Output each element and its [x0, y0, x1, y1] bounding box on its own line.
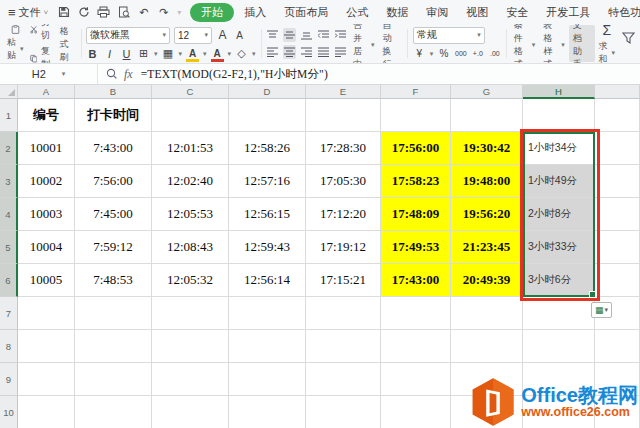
decrease-decimal-button[interactable]: .00	[488, 47, 501, 61]
col-header-partial[interactable]	[595, 85, 640, 99]
col-header-E[interactable]: E	[306, 85, 381, 99]
cell-H6[interactable]: 3小时6分	[523, 264, 595, 297]
cell-H4[interactable]: 2小时8分	[523, 198, 595, 231]
currency-style-button[interactable]: ¥	[413, 47, 426, 61]
undo-button[interactable]: ↶	[137, 5, 150, 19]
cell-partial-3[interactable]	[595, 165, 640, 198]
col-header-A[interactable]: A	[18, 85, 75, 99]
align-middle-button[interactable]	[283, 28, 296, 42]
cell-D6[interactable]: 12:56:14	[229, 264, 306, 297]
cell-A2[interactable]: 10001	[18, 132, 75, 165]
justify-button[interactable]	[317, 45, 330, 59]
qat-customize-caret-icon[interactable]: ▾	[177, 8, 181, 17]
fill-handle[interactable]	[589, 291, 596, 298]
align-left-button[interactable]	[266, 45, 279, 59]
cell-H8[interactable]	[523, 330, 595, 363]
cell-B8[interactable]	[75, 330, 152, 363]
row-header-4[interactable]: 4	[0, 198, 18, 231]
row-header-3[interactable]: 3	[0, 165, 18, 198]
col-header-B[interactable]: B	[75, 85, 152, 99]
cell-F9[interactable]	[381, 363, 451, 396]
tab-开发工具[interactable]: 开发工具	[538, 3, 598, 22]
cell-G6[interactable]: 20:49:39	[451, 264, 523, 297]
insert-function-icon[interactable]	[106, 68, 118, 80]
cell-C2[interactable]: 12:01:53	[152, 132, 229, 165]
bold-button[interactable]: B	[86, 47, 99, 61]
table-style-button[interactable]: 表格样式▾	[539, 25, 568, 62]
redo-button[interactable]: ↷	[157, 5, 170, 19]
cell-F8[interactable]	[381, 330, 451, 363]
font-size-select[interactable]: 12 ▾	[174, 27, 212, 44]
cell-D3[interactable]: 12:57:16	[229, 165, 306, 198]
cell-E3[interactable]: 17:05:30	[306, 165, 381, 198]
italic-button[interactable]: I	[103, 47, 116, 61]
cell-C10[interactable]	[152, 396, 229, 428]
cell-E1[interactable]	[306, 99, 381, 132]
print-preview-button[interactable]	[117, 5, 130, 19]
cell-partial-6[interactable]	[595, 264, 640, 297]
doc-assistant-button[interactable]: 文档助手	[569, 25, 595, 62]
cell-B6[interactable]: 7:48:53	[75, 264, 152, 297]
cell-D2[interactable]: 12:58:26	[229, 132, 306, 165]
increase-font-button[interactable]: A	[216, 28, 229, 42]
increase-decimal-button[interactable]: +.0	[471, 47, 484, 61]
cell-B9[interactable]	[75, 363, 152, 396]
row-header-9[interactable]: 9	[0, 363, 18, 396]
cell-A5[interactable]: 10004	[18, 231, 75, 264]
cell-B2[interactable]: 7:43:00	[75, 132, 152, 165]
cell-G1[interactable]	[451, 99, 523, 132]
cell-F7[interactable]	[381, 297, 451, 330]
increase-indent-button[interactable]	[334, 28, 347, 42]
cell-C8[interactable]	[152, 330, 229, 363]
cell-G7[interactable]	[451, 297, 523, 330]
cell-C4[interactable]: 12:05:53	[152, 198, 229, 231]
fx-icon[interactable]: fx	[124, 67, 133, 82]
comma-style-button[interactable]: 000	[454, 47, 467, 61]
cell-D8[interactable]	[229, 330, 306, 363]
underline-button[interactable]: U	[120, 47, 133, 61]
cell-partial-5[interactable]	[595, 231, 640, 264]
cell-A6[interactable]: 10005	[18, 264, 75, 297]
borders-button[interactable]: ⊞	[137, 47, 150, 61]
tab-视图[interactable]: 视图	[458, 3, 496, 22]
cell-A10[interactable]	[18, 396, 75, 428]
align-center-button[interactable]	[283, 45, 296, 59]
tab-插入[interactable]: 插入	[236, 3, 274, 22]
cell-E5[interactable]: 17:19:12	[306, 231, 381, 264]
cell-G4[interactable]: 19:56:20	[451, 198, 523, 231]
name-box[interactable]: H2 ▾	[0, 64, 98, 84]
distribute-button[interactable]	[334, 45, 347, 59]
cell-B7[interactable]	[75, 297, 152, 330]
cell-E8[interactable]	[306, 330, 381, 363]
cell-H7[interactable]	[523, 297, 595, 330]
tab-数据[interactable]: 数据	[378, 3, 416, 22]
cell-E6[interactable]: 17:15:21	[306, 264, 381, 297]
cell-A1[interactable]: 编号	[18, 99, 75, 132]
cell-H5[interactable]: 3小时33分	[523, 231, 595, 264]
font-name-select[interactable]: 微软雅黑 ▾	[86, 27, 170, 44]
cell-H2[interactable]: 1小时34分	[523, 132, 595, 165]
save-button[interactable]	[57, 5, 70, 19]
wrap-text-button[interactable]: 自动换行	[379, 25, 405, 62]
cell-A3[interactable]: 10002	[18, 165, 75, 198]
row-header-1[interactable]: 1	[0, 99, 18, 132]
sum-button[interactable]: Σ 求和▾	[595, 25, 620, 62]
cell-C5[interactable]: 12:08:43	[152, 231, 229, 264]
cell-A4[interactable]: 10003	[18, 198, 75, 231]
select-all-corner[interactable]	[0, 85, 18, 99]
cell-F1[interactable]	[381, 99, 451, 132]
row-header-6[interactable]: 6	[0, 264, 18, 297]
tab-特色功能[interactable]: 特色功能	[600, 3, 640, 22]
row-header-5[interactable]: 5	[0, 231, 18, 264]
paste-button[interactable]: 粘贴▾	[3, 25, 28, 62]
cell-F10[interactable]	[381, 396, 451, 428]
row-header-8[interactable]: 8	[0, 330, 18, 363]
copy-button[interactable]: 复制	[30, 45, 54, 64]
cell-E7[interactable]	[306, 297, 381, 330]
cell-F6[interactable]: 17:43:00	[381, 264, 451, 297]
cell-B3[interactable]: 7:56:00	[75, 165, 152, 198]
cell-partial-2[interactable]	[595, 132, 640, 165]
cell-H1[interactable]	[523, 99, 595, 132]
merge-center-button[interactable]: 合并居中▾	[349, 25, 378, 62]
cut-button[interactable]: 剪切	[30, 24, 54, 42]
